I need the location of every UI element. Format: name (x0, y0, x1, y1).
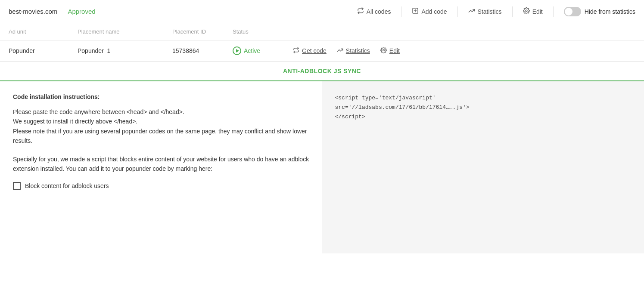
col-header-id: Placement ID (172, 28, 233, 35)
edit-button[interactable]: Edit (523, 7, 543, 16)
adunit-cell: Popunder (9, 47, 78, 54)
instruction-line-3: Please note that if you are using severa… (13, 126, 309, 146)
statistics-button[interactable]: Statistics (468, 7, 502, 16)
row-statistics-label: Statistics (346, 47, 370, 54)
checkbox-label: Block content for adblock users (25, 182, 109, 189)
code-line-2: src='//ladsabs.com/17/61/bb/17614…….js'> (335, 104, 470, 111)
placement-name-cell: Popunder_1 (78, 47, 172, 54)
block-content-checkbox[interactable] (13, 182, 21, 190)
statistics-icon (468, 7, 475, 16)
instructions-extra: Specially for you, we made a script that… (13, 154, 309, 174)
add-code-label: Add code (421, 8, 447, 15)
divider4 (553, 6, 554, 17)
status-cell: Active (233, 46, 284, 55)
svg-point-3 (526, 10, 527, 12)
antiblock-header: ANTI-ADBLOCK JS SYNC (0, 62, 644, 81)
topbar: best-movies.com Approved All codes Add c… (0, 0, 644, 23)
divider3 (512, 6, 513, 17)
edit-icon (523, 7, 530, 16)
col-header-placement: Placement name (78, 28, 172, 35)
all-codes-label: All codes (367, 8, 391, 15)
code-panel: <script type='text/javascript' src='//la… (322, 81, 644, 253)
add-code-icon (412, 7, 419, 16)
site-name: best-movies.com (9, 8, 57, 15)
add-code-button[interactable]: Add code (412, 7, 447, 16)
all-codes-button[interactable]: All codes (357, 7, 391, 16)
row-statistics-button[interactable]: Statistics (337, 47, 370, 55)
code-line-3: </script> (335, 114, 365, 120)
instructions-title: Code installation instructions: (13, 93, 309, 100)
row-edit-button[interactable]: Edit (380, 47, 400, 55)
row-statistics-icon (337, 47, 343, 55)
all-codes-icon (357, 7, 364, 16)
content-area: Code installation instructions: Please p… (0, 81, 644, 253)
instructions-panel: Code installation instructions: Please p… (0, 81, 322, 253)
svg-point-4 (383, 49, 384, 51)
divider1 (401, 6, 401, 17)
code-line-1: <script type='text/javascript' (335, 95, 436, 101)
col-header-status: Status (233, 28, 635, 35)
hide-statistics-label: Hide from statistics (585, 8, 635, 15)
hide-statistics-toggle[interactable] (564, 7, 581, 16)
statistics-label: Statistics (478, 8, 502, 15)
col-header-adunit: Ad unit (9, 28, 78, 35)
row-actions: Get code Statistics Edit (293, 47, 400, 55)
status-label: Active (244, 47, 260, 54)
row-edit-label: Edit (389, 47, 400, 54)
placement-id-cell: 15738864 (172, 47, 233, 54)
hide-from-statistics-toggle-container: Hide from statistics (564, 7, 635, 16)
instruction-line-2: We suggest to install it directly above … (13, 117, 309, 126)
table-row: Popunder Popunder_1 15738864 Active Get … (0, 40, 644, 62)
antiblock-title: ANTI-ADBLOCK JS SYNC (283, 68, 361, 74)
divider2 (457, 6, 458, 17)
get-code-button[interactable]: Get code (293, 47, 327, 55)
get-code-label: Get code (302, 47, 327, 54)
instruction-line-1: Please paste the code anywhere between <… (13, 107, 309, 117)
approval-status: Approved (68, 8, 95, 15)
edit-label: Edit (532, 8, 543, 15)
table-header: Ad unit Placement name Placement ID Stat… (0, 23, 644, 40)
checkbox-row: Block content for adblock users (13, 182, 309, 190)
code-block: <script type='text/javascript' src='//la… (335, 93, 632, 122)
active-status-icon (233, 46, 241, 55)
instructions-text: Please paste the code anywhere between <… (13, 107, 309, 146)
row-edit-icon (380, 47, 387, 55)
get-code-icon (293, 47, 299, 55)
